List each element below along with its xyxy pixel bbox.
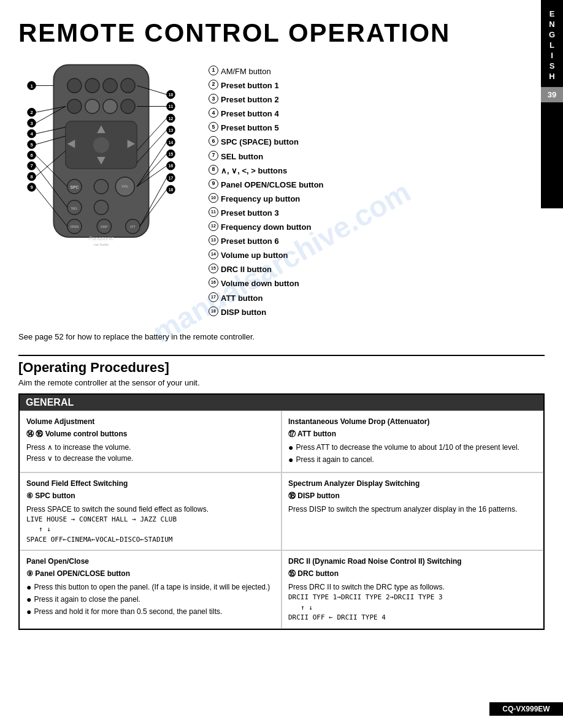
svg-text:14: 14 xyxy=(169,140,174,145)
svg-text:SEL: SEL xyxy=(71,207,79,210)
list-item: 16 Volume down button xyxy=(209,277,545,290)
remote-image-container: SPC VOL SEL OPEN DISP ATT Panasonic car … xyxy=(18,59,196,320)
svg-text:4: 4 xyxy=(30,131,33,137)
bullet-panel-1: ● Press this button to open the panel. (… xyxy=(26,582,275,593)
svg-text:10: 10 xyxy=(169,93,174,97)
general-content: Volume Adjustment ⑭ ⑯ Volume control but… xyxy=(20,411,543,628)
circle-num-10: 10 xyxy=(209,193,218,203)
main-content: SPC VOL SEL OPEN DISP ATT Panasonic car … xyxy=(18,59,545,320)
remote-svg: SPC VOL SEL OPEN DISP ATT Panasonic car … xyxy=(18,59,184,255)
svg-point-3 xyxy=(103,78,117,93)
svg-text:VOL: VOL xyxy=(121,184,129,188)
list-item: 17 ATT button xyxy=(209,292,545,305)
svg-text:7: 7 xyxy=(30,163,33,169)
btn-label-16: Volume down button xyxy=(221,277,299,290)
circle-num-6: 6 xyxy=(209,136,218,146)
cell-line-volume-1: Press ∧ to increase the volume. xyxy=(26,442,275,453)
btn-label-9: Panel OPEN/CLOSE button xyxy=(221,178,324,192)
list-item: 18 DISP button xyxy=(209,306,545,319)
circle-num-4: 4 xyxy=(209,108,218,118)
cell-title-volume: Volume Adjustment xyxy=(26,416,275,427)
list-item: 14 Volume up button xyxy=(209,249,545,262)
svg-point-17 xyxy=(94,180,108,194)
cell-title-panel: Panel Open/Close xyxy=(26,556,275,567)
list-item: 2 Preset button 1 xyxy=(209,79,545,93)
svg-point-1 xyxy=(67,78,82,93)
cell-title-drc: DRC II (Dynamic Road Noise Control II) S… xyxy=(288,556,537,567)
spc-line-3: ↑ ↓ xyxy=(26,525,275,535)
bullet-panel-3: ● Press and hold it for more than 0.5 se… xyxy=(26,606,275,617)
svg-text:Panasonic: Panasonic xyxy=(89,235,114,241)
svg-text:8: 8 xyxy=(30,174,33,180)
circle-num-14: 14 xyxy=(209,249,218,259)
drc-line-3: ↑ ↓ xyxy=(288,603,537,613)
btn-label-13: Preset button 6 xyxy=(221,235,279,248)
svg-text:11: 11 xyxy=(169,104,174,108)
list-item: 13 Preset button 6 xyxy=(209,235,545,248)
svg-text:15: 15 xyxy=(169,152,174,156)
spc-line-1: Press SPACE to switch the sound field ef… xyxy=(26,504,275,515)
panel-line-3: Press and hold it for more than 0.5 seco… xyxy=(34,606,222,617)
divider xyxy=(18,355,545,356)
btn-label-10: Frequency up button xyxy=(221,192,300,206)
svg-text:SPC: SPC xyxy=(70,185,79,189)
circle-num-9: 9 xyxy=(209,179,218,189)
btn-label-7: SEL button xyxy=(221,150,263,164)
btn-label-12: Frequency down button xyxy=(221,221,311,234)
cell-subtitle-spc: ⑥ SPC button xyxy=(26,490,275,501)
bullet-icon: ● xyxy=(26,606,31,617)
list-item: 1 AM/FM button xyxy=(209,65,545,78)
svg-text:13: 13 xyxy=(169,128,174,132)
circle-num-11: 11 xyxy=(209,207,218,217)
svg-point-22 xyxy=(94,200,108,214)
cell-drc: DRC II (Dynamic Road Noise Control II) S… xyxy=(282,550,543,629)
cell-title-att: Instantaneous Volume Drop (Attenuator) xyxy=(288,416,537,427)
bullet-icon: ● xyxy=(288,454,293,465)
bullet-icon: ● xyxy=(26,582,31,593)
model-number: CQ-VX999EW xyxy=(489,702,563,716)
general-box: GENERAL Volume Adjustment ⑭ ⑯ Volume con… xyxy=(18,393,545,629)
button-list: 1 AM/FM button 2 Preset button 1 3 Prese… xyxy=(209,59,545,320)
btn-label-8: ∧, ∨, <, > buttons xyxy=(221,164,287,178)
page-title: REMOTE CONTROL OPERATION xyxy=(18,18,545,48)
svg-text:car Audio: car Audio xyxy=(94,243,109,246)
circle-num-15: 15 xyxy=(209,264,218,273)
svg-text:OPEN: OPEN xyxy=(71,226,79,229)
svg-text:5: 5 xyxy=(30,142,33,148)
list-item: 12 Frequency down button xyxy=(209,221,545,234)
panel-line-1: Press this button to open the panel. (If… xyxy=(34,582,270,593)
svg-point-14 xyxy=(93,137,109,153)
bullet-att-2: ● Press it again to cancel. xyxy=(288,454,537,465)
cell-subtitle-volume: ⑭ ⑯ Volume control buttons xyxy=(26,428,275,439)
bullet-att-1: ● Press ATT to decrease the volume to ab… xyxy=(288,442,537,453)
btn-label-18: DISP button xyxy=(221,306,266,319)
svg-text:6: 6 xyxy=(30,153,33,158)
svg-point-8 xyxy=(121,99,135,113)
svg-point-7 xyxy=(103,99,117,113)
btn-label-5: Preset button 5 xyxy=(221,121,279,135)
list-item: 4 Preset button 4 xyxy=(209,107,545,121)
cell-subtitle-drc: ⑮ DRC button xyxy=(288,568,537,579)
panel-line-2: Press it again to close the panel. xyxy=(34,594,140,605)
btn-label-11: Preset button 3 xyxy=(221,207,279,220)
btn-label-17: ATT button xyxy=(221,292,262,305)
circle-num-18: 18 xyxy=(209,306,218,316)
cell-spectrum: Spectrum Analyzer Display Switching ⑱ DI… xyxy=(282,472,543,551)
cell-panel: Panel Open/Close ⑨ Panel OPEN/CLOSE butt… xyxy=(20,550,282,629)
svg-point-6 xyxy=(85,99,99,113)
cell-subtitle-att: ⑰ ATT button xyxy=(288,428,537,439)
circle-num-16: 16 xyxy=(209,278,218,287)
bullet-panel-2: ● Press it again to close the panel. xyxy=(26,594,275,605)
svg-text:ATT: ATT xyxy=(130,226,136,229)
spc-line-4: SPACE OFF←CINEMA←VOCAL←DISCO←STADIUM xyxy=(26,535,275,545)
btn-label-14: Volume up button xyxy=(221,249,288,262)
svg-text:DISP: DISP xyxy=(101,226,107,229)
att-line-1: Press ATT to decrease the volume to abou… xyxy=(296,442,519,453)
list-item: 6 SPC (SPACE) button xyxy=(209,135,545,149)
circle-num-12: 12 xyxy=(209,221,218,231)
circle-num-2: 2 xyxy=(209,80,218,89)
bullet-icon: ● xyxy=(26,594,31,605)
svg-text:1: 1 xyxy=(30,83,33,89)
btn-label-4: Preset button 4 xyxy=(221,107,279,121)
operating-title: [Operating Procedures] xyxy=(18,360,545,376)
